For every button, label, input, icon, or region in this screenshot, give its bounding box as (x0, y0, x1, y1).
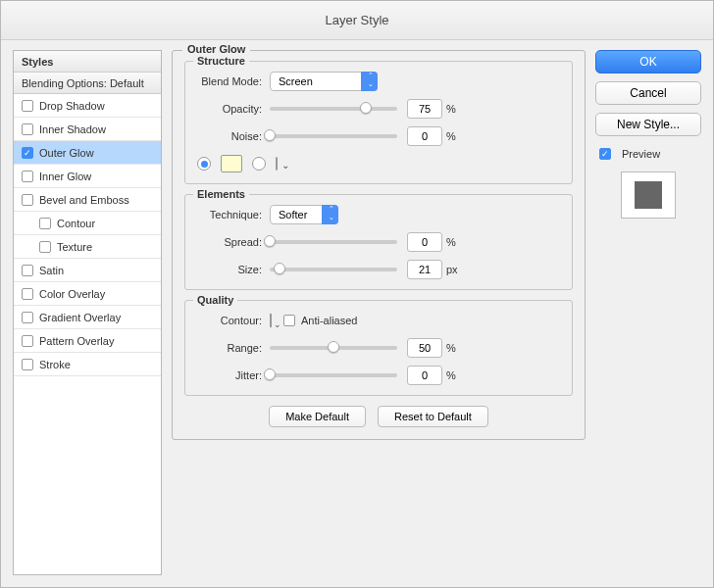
style-checkbox[interactable] (22, 147, 33, 159)
style-item-label: Texture (57, 241, 92, 253)
sidebar-item-contour[interactable]: Contour (14, 212, 161, 235)
style-checkbox[interactable] (22, 335, 33, 347)
noise-input[interactable] (407, 126, 442, 146)
sidebar-header[interactable]: Styles (14, 51, 161, 73)
style-item-label: Pattern Overlay (39, 335, 114, 347)
sidebar-item-texture[interactable]: Texture (14, 235, 161, 259)
contour-label: Contour: (197, 315, 270, 326)
style-checkbox[interactable] (22, 312, 33, 323)
effect-settings-panel: Outer Glow Structure Blend Mode: Screen … (172, 50, 586, 575)
elements-group: Elements Technique: Softer Spread: % (184, 194, 573, 290)
glow-gradient-radio[interactable] (252, 157, 266, 171)
style-item-label: Inner Glow (39, 171, 91, 182)
opacity-slider[interactable] (270, 107, 397, 111)
ok-button[interactable]: OK (595, 50, 701, 74)
preview-thumbnail (621, 172, 676, 219)
technique-label: Technique: (197, 209, 270, 220)
anti-aliased-label: Anti-aliased (301, 315, 357, 326)
sidebar-blending-options[interactable]: Blending Options: Default (14, 73, 161, 94)
sidebar-item-bevel-and-emboss[interactable]: Bevel and Emboss (14, 188, 161, 212)
noise-unit: % (446, 130, 456, 142)
style-item-label: Contour (57, 218, 95, 229)
noise-label: Noise: (197, 130, 270, 142)
sidebar-item-pattern-overlay[interactable]: Pattern Overlay (14, 329, 161, 353)
sidebar-item-outer-glow[interactable]: Outer Glow (14, 141, 161, 165)
style-checkbox[interactable] (22, 171, 33, 182)
style-item-label: Color Overlay (39, 288, 105, 300)
blend-mode-label: Blend Mode: (197, 75, 270, 87)
style-item-label: Inner Shadow (39, 123, 106, 135)
outer-glow-panel: Outer Glow Structure Blend Mode: Screen … (172, 50, 586, 440)
style-item-label: Outer Glow (39, 147, 94, 159)
quality-group: Quality Contour: Anti-aliased Range: % (184, 300, 573, 396)
jitter-label: Jitter: (197, 369, 270, 381)
style-item-label: Bevel and Emboss (39, 194, 129, 206)
jitter-unit: % (446, 369, 456, 381)
sidebar-item-color-overlay[interactable]: Color Overlay (14, 282, 161, 306)
elements-legend: Elements (193, 188, 249, 200)
jitter-slider[interactable] (270, 373, 397, 377)
anti-aliased-checkbox[interactable] (283, 315, 295, 326)
new-style-button[interactable]: New Style... (595, 113, 701, 136)
range-label: Range: (197, 342, 270, 354)
style-item-label: Stroke (39, 359, 71, 370)
size-label: Size: (197, 264, 270, 275)
spread-input[interactable] (407, 232, 442, 252)
style-item-label: Drop Shadow (39, 100, 105, 112)
opacity-unit: % (446, 103, 456, 115)
sidebar-item-gradient-overlay[interactable]: Gradient Overlay (14, 306, 161, 329)
glow-gradient-swatch[interactable] (276, 157, 278, 171)
style-item-label: Satin (39, 265, 64, 276)
preview-label: Preview (622, 148, 660, 160)
style-checkbox[interactable] (22, 123, 33, 135)
structure-legend: Structure (193, 55, 249, 67)
style-checkbox[interactable] (22, 288, 33, 300)
dialog-buttons: OK Cancel New Style... Preview (595, 50, 701, 575)
sidebar-item-inner-glow[interactable]: Inner Glow (14, 165, 161, 188)
style-checkbox[interactable] (22, 194, 33, 206)
style-checkbox[interactable] (22, 265, 33, 276)
blend-mode-select[interactable]: Screen (270, 72, 378, 91)
spread-slider[interactable] (270, 240, 397, 244)
range-unit: % (446, 342, 456, 354)
style-list: Drop ShadowInner ShadowOuter GlowInner G… (14, 94, 161, 574)
glow-color-swatch[interactable] (221, 155, 242, 172)
range-slider[interactable] (270, 346, 397, 350)
jitter-input[interactable] (407, 366, 442, 385)
cancel-button[interactable]: Cancel (595, 81, 701, 105)
range-input[interactable] (407, 338, 442, 358)
noise-slider[interactable] (270, 134, 397, 138)
style-checkbox[interactable] (39, 218, 51, 229)
style-checkbox[interactable] (22, 359, 33, 370)
sidebar-item-satin[interactable]: Satin (14, 259, 161, 282)
sidebar-item-inner-shadow[interactable]: Inner Shadow (14, 118, 161, 141)
opacity-input[interactable] (407, 99, 442, 119)
layer-style-dialog: Layer Style Styles Blending Options: Def… (0, 0, 714, 588)
sidebar-item-drop-shadow[interactable]: Drop Shadow (14, 94, 161, 118)
quality-legend: Quality (193, 294, 237, 306)
style-checkbox[interactable] (22, 100, 33, 112)
spread-unit: % (446, 236, 456, 248)
size-unit: px (446, 264, 458, 275)
dialog-title: Layer Style (1, 1, 713, 40)
size-slider[interactable] (270, 268, 397, 271)
dialog-body: Styles Blending Options: Default Drop Sh… (1, 40, 713, 587)
spread-label: Spread: (197, 236, 270, 248)
structure-group: Structure Blend Mode: Screen Opacity: % (184, 61, 573, 184)
technique-select[interactable]: Softer (270, 205, 338, 224)
size-input[interactable] (407, 260, 442, 279)
style-checkbox[interactable] (39, 241, 51, 253)
reset-default-button[interactable]: Reset to Default (378, 406, 488, 427)
style-item-label: Gradient Overlay (39, 312, 121, 323)
styles-sidebar: Styles Blending Options: Default Drop Sh… (13, 50, 162, 575)
contour-picker[interactable] (270, 314, 272, 327)
preview-checkbox[interactable] (599, 148, 611, 160)
glow-color-radio[interactable] (197, 157, 211, 171)
panel-title: Outer Glow (182, 43, 250, 55)
make-default-button[interactable]: Make Default (269, 406, 366, 427)
opacity-label: Opacity: (197, 103, 270, 115)
sidebar-item-stroke[interactable]: Stroke (14, 353, 161, 376)
